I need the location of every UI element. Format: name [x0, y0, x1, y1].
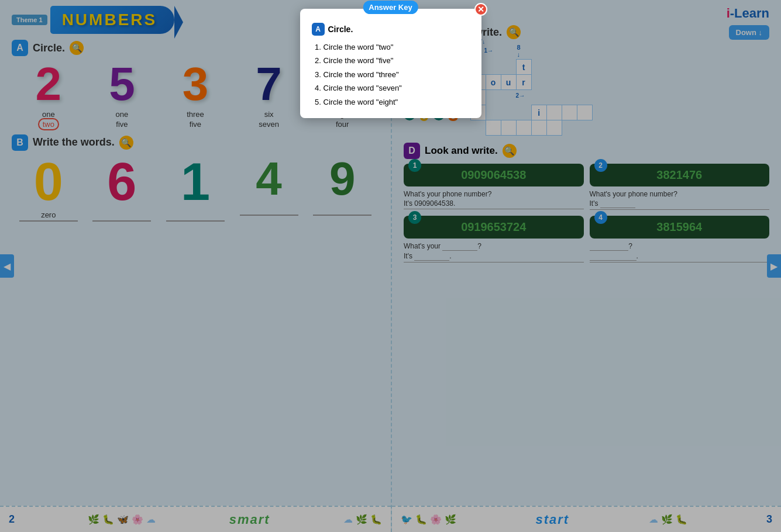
page-container: ◀ Theme 1 NUMBERS A Circle. 🔍 2 onetwo 5 — [0, 0, 781, 532]
answer-item-4: Circle the word "seven" — [324, 81, 470, 95]
modal-section-header: A Circle. — [312, 23, 470, 36]
answer-item-1: Circle the word "two" — [324, 40, 470, 54]
modal-header: Answer Key — [363, 1, 418, 14]
modal-section-badge: A — [312, 23, 325, 36]
answer-key-modal: Answer Key ✕ A Circle. Circle the word "… — [300, 9, 481, 118]
modal-overlay: Answer Key ✕ A Circle. Circle the word "… — [0, 0, 781, 532]
answer-item-2: Circle the word "five" — [324, 54, 470, 67]
answer-item-5: Circle the word "eight" — [324, 95, 470, 109]
answer-item-3: Circle the word "three" — [324, 68, 470, 81]
answer-key-list: Circle the word "two" Circle the word "f… — [312, 40, 470, 109]
modal-close-button[interactable]: ✕ — [474, 3, 487, 16]
modal-section-title: Circle. — [328, 25, 353, 34]
